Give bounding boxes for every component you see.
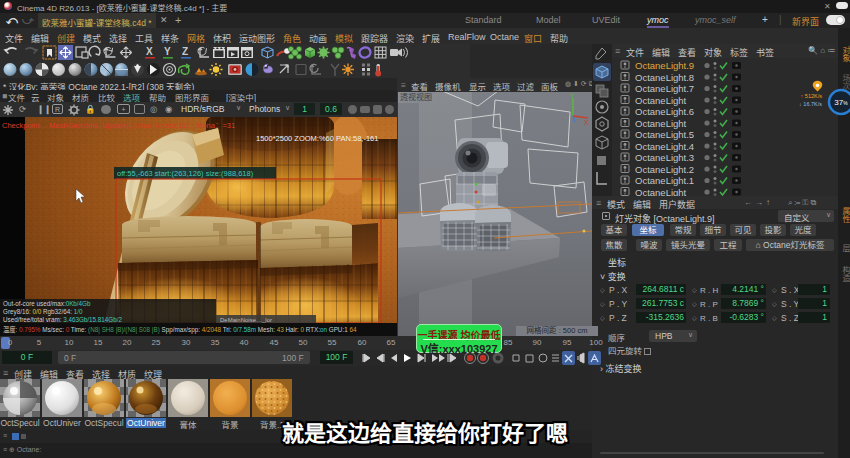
svg-text:OctaneLight.2: OctaneLight.2 — [635, 164, 694, 175]
svg-text:↓ 16.7K/s: ↓ 16.7K/s — [799, 101, 822, 107]
svg-text:Y: Y — [164, 46, 171, 57]
svg-text:OctaneLight.5: OctaneLight.5 — [635, 129, 694, 140]
svg-text:OctaneLight.7: OctaneLight.7 — [635, 83, 694, 94]
svg-text:OctaneLight: OctaneLight — [635, 95, 687, 106]
svg-text:OctaneLight.1: OctaneLight.1 — [635, 175, 694, 186]
svg-text:OctaneLight.3: OctaneLight.3 — [635, 152, 694, 163]
svg-text:↑ 512K/s: ↑ 512K/s — [801, 93, 823, 99]
svg-text:off:55,-663 start:(263,126) si: off:55,-663 start:(263,126) size:(988,61… — [117, 169, 254, 178]
svg-text:X: X — [146, 46, 153, 57]
svg-text:DeMainNoise…_lor: DeMainNoise…_lor — [220, 317, 272, 323]
svg-text:温度: 0.795% Ms/sec: 0 Time:: 温度: 0.795% Ms/sec: 0 Time: (N8| SH8 |B)/… — [3, 325, 357, 334]
svg-text:OctaneLight.9: OctaneLight.9 — [635, 60, 694, 71]
svg-text:OctaneLight.8: OctaneLight.8 — [635, 72, 694, 83]
svg-text:透视视图: 透视视图 — [400, 92, 432, 102]
svg-text:Checkpoint… MeshGen:0ms. Upda: Checkpoint… MeshGen:0ms. Update[L].0ms. … — [2, 121, 235, 130]
svg-text:Used/free/total vram: 3.463Gb/: Used/free/total vram: 3.463Gb/15.814Gb/2 — [3, 316, 123, 323]
svg-text:OctaneLight: OctaneLight — [635, 118, 687, 129]
svg-text:Y: Y — [570, 92, 575, 99]
svg-text:OctaneLight: OctaneLight — [635, 187, 687, 197]
svg-text:1500*2500 ZOOM:%60 PAN:58,-16: 1500*2500 ZOOM:%60 PAN:58,-161 — [256, 134, 378, 143]
svg-text:X: X — [584, 119, 589, 126]
svg-text:Out-of-core used/max:0Kb/4Gb: Out-of-core used/max:0Kb/4Gb — [3, 300, 91, 307]
svg-text:OctaneLight.4: OctaneLight.4 — [635, 141, 694, 152]
svg-text:Z: Z — [182, 46, 188, 57]
svg-text:OctaneLight.6: OctaneLight.6 — [635, 106, 694, 117]
svg-text:37%: 37% — [834, 98, 848, 107]
svg-text:Grey8/16: 0/0 Rgb32/6: Grey8/16: 0/0 Rgb32/64: 1/0 — [3, 308, 83, 316]
